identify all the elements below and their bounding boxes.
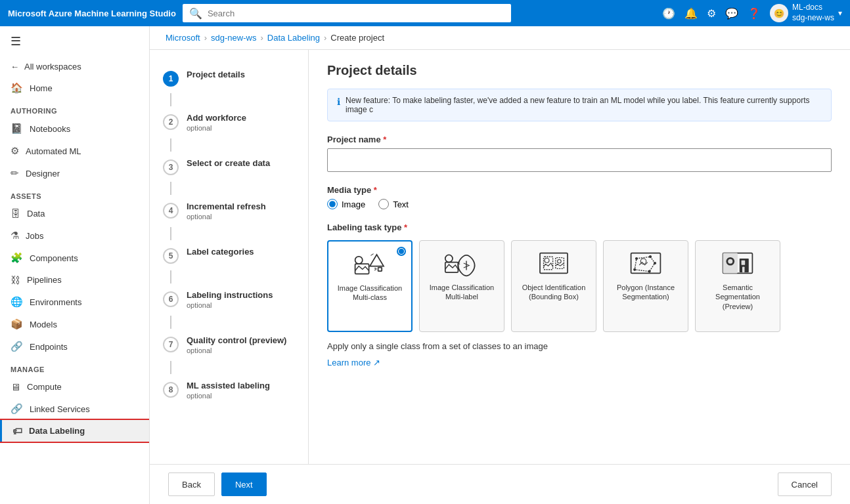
- sidebar-item-notebooks[interactable]: 📓 Notebooks: [0, 117, 149, 140]
- sidebar-components-label: Components: [30, 253, 78, 263]
- linked-services-icon: 🔗: [11, 403, 23, 415]
- back-arrow-icon: ←: [11, 62, 19, 72]
- svg-marker-2: [370, 255, 384, 266]
- sidebar-item-data-labeling[interactable]: 🏷 Data Labeling: [0, 420, 149, 442]
- bottom-bar: Back Next Cancel: [150, 464, 850, 504]
- step-6-subtitle: optional: [187, 301, 273, 309]
- sidebar: ☰ ← All workspaces 🏠 Home Authoring 📓 No…: [0, 26, 150, 504]
- sidebar-back-button[interactable]: ← All workspaces: [0, 56, 149, 77]
- next-button[interactable]: Next: [221, 472, 267, 496]
- sidebar-item-compute[interactable]: 🖥 Compute: [0, 376, 149, 398]
- step-8[interactable]: 8 ML assisted labeling optional: [150, 374, 308, 406]
- step-6-circle: 6: [163, 291, 179, 307]
- task-card-object-identification[interactable]: Object Identification (Bounding Box): [511, 240, 596, 332]
- sidebar-item-jobs[interactable]: ⚗ Jobs: [0, 224, 149, 247]
- data-labeling-icon: 🏷: [12, 425, 22, 436]
- topbar-icons: 🕐 🔔 ⚙ 💬 ❓ 😊 ML-docs sdg-new-ws ▾: [662, 3, 842, 23]
- external-link-icon: ↗: [373, 358, 380, 368]
- breadcrumb-microsoft[interactable]: Microsoft: [166, 33, 200, 43]
- svg-rect-3: [378, 268, 382, 272]
- chevron-down-icon: ▾: [838, 9, 842, 18]
- svg-point-19: [633, 268, 636, 271]
- task-cards-container: Image Classification Multi-class: [327, 240, 832, 332]
- step-8-text: ML assisted labeling optional: [187, 381, 270, 400]
- data-icon: 🗄: [11, 208, 20, 219]
- sidebar-item-components[interactable]: 🧩 Components: [0, 247, 149, 269]
- sidebar-item-designer[interactable]: ✏ Designer: [0, 162, 149, 184]
- step-7-subtitle: optional: [187, 346, 286, 354]
- task-card-polygon-segmentation[interactable]: Polygon (Instance Segmentation): [603, 240, 688, 332]
- authoring-section-label: Authoring: [0, 99, 149, 117]
- sidebar-item-endpoints[interactable]: 🔗 Endpoints: [0, 335, 149, 358]
- sidebar-item-automated-ml[interactable]: ⚙ Automated ML: [0, 140, 149, 162]
- step-3[interactable]: 3 Select or create data: [150, 152, 308, 182]
- sidebar-environments-label: Environments: [30, 297, 81, 307]
- sidebar-item-linked-services[interactable]: 🔗 Linked Services: [0, 398, 149, 420]
- compute-icon: 🖥: [11, 381, 20, 392]
- search-input[interactable]: [208, 9, 424, 18]
- panel-layout: 1 Project details 2 Add workforce option…: [150, 50, 850, 464]
- task-card-icon-multilabel: [443, 249, 480, 278]
- task-card-label-multiclass: Image Classification Multi-class: [335, 284, 405, 303]
- user-name: ML-docs: [792, 3, 834, 13]
- workspace-selector[interactable]: This workspace ▾: [429, 6, 504, 20]
- step-4-text: Incremental refresh optional: [187, 201, 266, 220]
- sidebar-notebooks-label: Notebooks: [30, 124, 70, 134]
- svg-point-12: [558, 259, 562, 263]
- task-card-semantic-segmentation[interactable]: Semantic Segmentation (Preview): [695, 240, 780, 332]
- sidebar-item-data[interactable]: 🗄 Data: [0, 203, 149, 224]
- gear-icon[interactable]: ⚙: [707, 7, 716, 20]
- step-7[interactable]: 7 Quality control (preview) optional: [150, 329, 308, 361]
- bell-icon[interactable]: 🔔: [684, 7, 698, 20]
- sidebar-pipelines-label: Pipelines: [27, 275, 62, 285]
- back-button[interactable]: Back: [168, 472, 215, 496]
- media-type-required: *: [374, 185, 377, 195]
- step-4[interactable]: 4 Incremental refresh optional: [150, 195, 308, 227]
- step-8-title: ML assisted labeling: [187, 381, 270, 390]
- svg-point-24: [728, 259, 732, 264]
- breadcrumb-create-project: Create project: [330, 33, 384, 43]
- svg-line-4: [370, 254, 373, 256]
- task-card-image-classification-multilabel[interactable]: Image Classification Multi-label: [419, 240, 504, 332]
- step-6[interactable]: 6 Labeling instructions optional: [150, 284, 308, 316]
- clock-icon[interactable]: 🕐: [662, 7, 675, 20]
- sidebar-item-models[interactable]: 📦 Models: [0, 313, 149, 335]
- sidebar-item-environments[interactable]: 🌐 Environments: [0, 291, 149, 313]
- step-5[interactable]: 5 Label categories: [150, 240, 308, 270]
- task-card-label-bounding-box: Object Identification (Bounding Box): [518, 283, 589, 302]
- project-details-title: Project details: [327, 63, 832, 78]
- learn-more-link[interactable]: Learn more ↗: [327, 358, 832, 368]
- help-icon[interactable]: ❓: [748, 7, 761, 20]
- media-type-image-label: Image: [342, 200, 365, 209]
- step-5-title: Label categories: [187, 247, 254, 257]
- step-6-title: Labeling instructions: [187, 290, 273, 300]
- sidebar-data-label: Data: [27, 209, 45, 219]
- breadcrumb-sep-3: ›: [324, 33, 326, 43]
- step-2[interactable]: 2 Add workforce optional: [150, 106, 308, 138]
- project-name-input[interactable]: [327, 148, 832, 172]
- media-type-text-radio[interactable]: [378, 199, 389, 209]
- chat-icon[interactable]: 💬: [725, 7, 738, 20]
- sidebar-endpoints-label: Endpoints: [30, 342, 68, 352]
- search-bar[interactable]: 🔍 This workspace ▾: [183, 4, 511, 22]
- svg-point-1: [355, 257, 363, 264]
- step-1[interactable]: 1 Project details: [150, 63, 308, 93]
- info-banner: ℹ New feature: To make labeling faster, …: [327, 89, 832, 121]
- task-card-icon-polygon: [627, 249, 664, 278]
- automated-ml-icon: ⚙: [11, 145, 19, 157]
- breadcrumb-workspace[interactable]: sdg-new-ws: [211, 33, 256, 43]
- task-card-image-classification-multiclass[interactable]: Image Classification Multi-class: [327, 240, 413, 332]
- sidebar-toggle[interactable]: ☰: [0, 26, 149, 56]
- user-menu[interactable]: 😊 ML-docs sdg-new-ws ▾: [770, 3, 842, 23]
- cancel-button[interactable]: Cancel: [778, 472, 832, 496]
- environments-icon: 🌐: [11, 296, 23, 308]
- pipelines-icon: ⛓: [11, 274, 20, 285]
- sidebar-item-home[interactable]: 🏠 Home: [0, 77, 149, 99]
- media-type-image-option[interactable]: Image: [327, 199, 365, 209]
- media-type-radio-group: Image Text: [327, 199, 832, 209]
- breadcrumb-data-labeling[interactable]: Data Labeling: [267, 33, 320, 43]
- svg-point-6: [445, 255, 453, 262]
- media-type-text-option[interactable]: Text: [378, 199, 409, 209]
- media-type-image-radio[interactable]: [327, 199, 338, 209]
- sidebar-item-pipelines[interactable]: ⛓ Pipelines: [0, 269, 149, 291]
